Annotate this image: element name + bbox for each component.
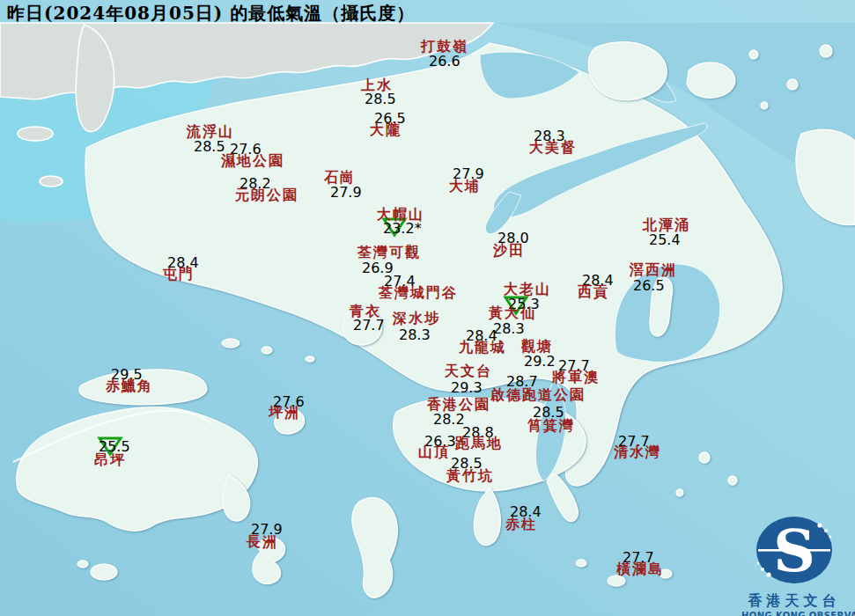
station-name-label: 大老山	[504, 282, 551, 297]
station-name-label: 青衣	[350, 304, 381, 319]
station-name-label: 沙田	[493, 244, 525, 258]
station-name-label: 橫瀾島	[616, 562, 664, 576]
station-temperature-value: 26.5	[633, 279, 665, 293]
station-temperature-value: 29.2	[524, 355, 556, 369]
station-name-label: 西貢	[578, 285, 609, 299]
station-name-label: 長洲	[247, 535, 278, 549]
station-temperature-value: 28.2	[433, 413, 465, 427]
station-name-label: 山頂	[418, 445, 450, 459]
station-name-label: 滘西洲	[630, 263, 677, 277]
station-name-label: 清水灣	[614, 445, 661, 459]
station-temperature-value: 28.3	[493, 322, 525, 336]
station-temperature-value: 23.2*	[383, 222, 422, 236]
station-temperature-value: 27.7	[353, 319, 385, 333]
station-name-label: 天文台	[445, 364, 492, 378]
station-temperature-value: 28.5	[365, 92, 396, 106]
station-name-label: 大埔	[449, 180, 481, 194]
station-name-label: 元朗公園	[235, 188, 299, 202]
station-name-label: 昂坪	[94, 453, 126, 467]
station-name-label: 荃灣城門谷	[379, 286, 458, 300]
station-name-label: 上水	[361, 78, 393, 92]
page-title: 昨日(2024年08月05日) 的最低氣溫（攝氏度）	[7, 2, 415, 26]
station-name-label: 荃灣可觀	[357, 246, 421, 260]
station-name-label: 打鼓嶺	[421, 40, 468, 54]
hko-logo-chinese-name: 香港天文台	[741, 592, 847, 611]
title-bar: 昨日(2024年08月05日) 的最低氣溫（攝氏度）	[0, 0, 855, 24]
station-name-label: 黃竹坑	[446, 469, 494, 483]
station-name-label: 黃大仙	[489, 306, 536, 320]
station-name-label: 深水埗	[393, 312, 440, 326]
station-name-label: 大美督	[529, 141, 577, 155]
station-temperature-value: 25.4	[649, 233, 681, 247]
station-name-label: 筲箕灣	[527, 419, 575, 433]
hong-kong-map-background	[0, 0, 855, 616]
hko-logo: S 香港天文台 HONG KONG OBSERVATORY	[741, 514, 847, 616]
weather-map: 昨日(2024年08月05日) 的最低氣溫（攝氏度） 26.6打鼓嶺28.5上水…	[0, 0, 855, 616]
station-temperature-value: 28.3	[399, 328, 431, 342]
station-temperature-value: 26.6	[429, 55, 461, 69]
svg-text:S: S	[773, 517, 815, 585]
station-name-label: 流浮山	[187, 125, 234, 139]
station-name-label: 啟德跑道公園	[490, 388, 586, 402]
station-name-label: 跑馬地	[455, 436, 503, 451]
station-name-label: 香港公園	[427, 398, 490, 412]
station-name-label: 觀塘	[521, 340, 553, 354]
station-name-label: 屯門	[163, 268, 195, 282]
hko-logo-english-name: HONG KONG OBSERVATORY	[741, 611, 847, 616]
station-temperature-value: 27.9	[330, 186, 362, 200]
station-name-label: 大帽山	[377, 208, 424, 222]
station-name-label: 九龍城	[459, 341, 506, 355]
hko-logo-icon: S	[746, 514, 843, 588]
station-name-label: 將軍澳	[552, 370, 600, 385]
station-temperature-value: 29.3	[451, 381, 483, 395]
station-name-label: 赤柱	[505, 517, 537, 532]
station-name-label: 濕地公園	[221, 154, 284, 168]
station-name-label: 赤鱲角	[106, 379, 153, 393]
station-name-label: 大隴	[370, 123, 402, 137]
station-name-label: 北潭涌	[643, 218, 690, 232]
station-name-label: 石崗	[324, 171, 356, 185]
station-name-label: 坪洲	[269, 406, 300, 420]
